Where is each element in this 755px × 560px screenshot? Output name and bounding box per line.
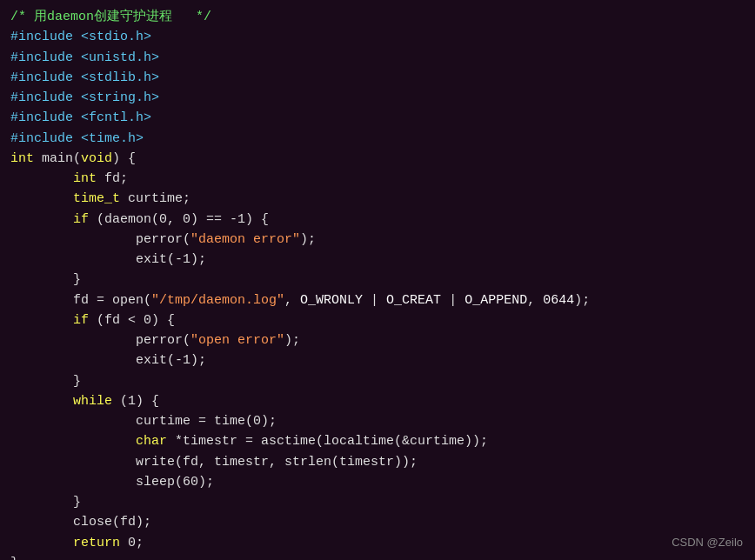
code-line-5: #include <string.h> — [10, 88, 745, 108]
code-line-10: time_t curtime; — [10, 189, 745, 209]
code-line-11: if (daemon(0, 0) == -1) { — [10, 210, 745, 230]
code-container: /* 用daemon创建守护进程 */ #include <stdio.h> #… — [0, 0, 755, 560]
code-line-19: } — [10, 371, 745, 391]
code-line-21: curtime = time(0); — [10, 411, 745, 431]
code-line-24: sleep(60); — [10, 472, 745, 492]
code-line-23: write(fd, timestr, strlen(timestr)); — [10, 452, 745, 472]
code-line-25: } — [10, 492, 745, 512]
code-line-14: } — [10, 270, 745, 290]
code-line-12: perror("daemon error"); — [10, 230, 745, 250]
code-line-6: #include <fcntl.h> — [10, 108, 745, 128]
code-line-1: /* 用daemon创建守护进程 */ — [10, 7, 745, 27]
code-line-9: int fd; — [10, 169, 745, 189]
code-line-18: exit(-1); — [10, 350, 745, 370]
watermark-text: CSDN @Zeilo — [671, 534, 743, 551]
code-line-4: #include <stdlib.h> — [10, 68, 745, 88]
code-line-28: } — [10, 553, 745, 560]
code-line-17: perror("open error"); — [10, 330, 745, 350]
code-line-7: #include <time.h> — [10, 129, 745, 149]
code-line-22: char *timestr = asctime(localtime(&curti… — [10, 431, 745, 451]
code-line-3: #include <unistd.h> — [10, 48, 745, 68]
code-line-27: return 0; — [10, 533, 745, 553]
code-line-8: int main(void) { — [10, 149, 745, 169]
code-line-16: if (fd < 0) { — [10, 310, 745, 330]
code-line-20: while (1) { — [10, 391, 745, 411]
code-line-2: #include <stdio.h> — [10, 27, 745, 47]
code-line-26: close(fd); — [10, 512, 745, 532]
code-line-15: fd = open("/tmp/daemon.log", O_WRONLY | … — [10, 290, 745, 310]
code-line-13: exit(-1); — [10, 250, 745, 270]
comment-text: /* 用daemon创建守护进程 */ — [10, 10, 211, 24]
